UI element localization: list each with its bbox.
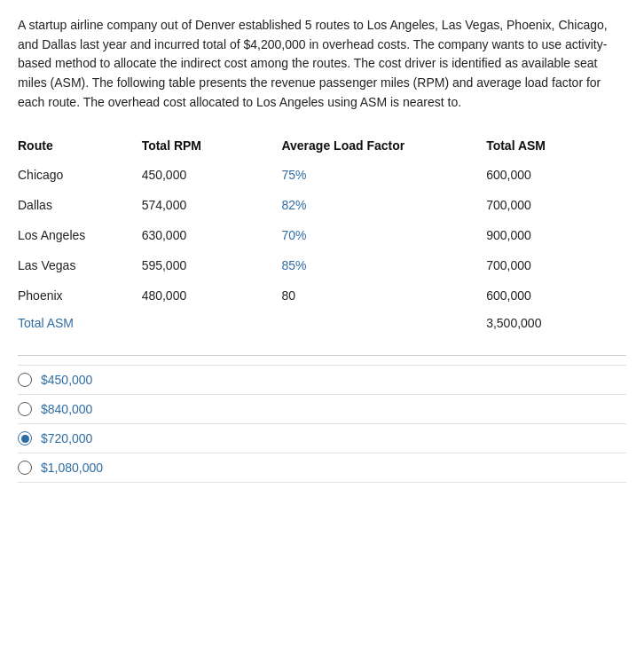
problem-description: A startup airline company out of Denver … xyxy=(18,16,626,112)
option-label-1: $450,000 xyxy=(41,373,92,387)
option-label-2: $840,000 xyxy=(41,402,92,416)
radio-button-1[interactable] xyxy=(18,373,32,387)
table-row: Las Vegas 595,000 85% 700,000 xyxy=(18,250,626,280)
cell-alf: 70% xyxy=(281,220,486,250)
total-label: Total ASM xyxy=(18,311,142,339)
radio-button-3[interactable] xyxy=(18,431,32,445)
answer-option-4[interactable]: $1,080,000 xyxy=(18,453,626,483)
total-asm-value: 3,500,000 xyxy=(486,311,626,339)
cell-alf: 82% xyxy=(281,190,486,220)
cell-route: Dallas xyxy=(18,190,142,220)
cell-asm: 900,000 xyxy=(486,220,626,250)
answer-option-2[interactable]: $840,000 xyxy=(18,395,626,424)
cell-rpm: 595,000 xyxy=(142,250,282,280)
cell-rpm: 574,000 xyxy=(142,190,282,220)
option-label-3: $720,000 xyxy=(41,431,92,445)
cell-rpm: 450,000 xyxy=(142,160,282,190)
cell-route: Las Vegas xyxy=(18,250,142,280)
radio-button-2[interactable] xyxy=(18,402,32,416)
data-table: Route Total RPM Average Load Factor Tota… xyxy=(18,131,626,339)
cell-alf: 85% xyxy=(281,250,486,280)
col-header-rpm: Total RPM xyxy=(142,131,282,160)
cell-asm: 600,000 xyxy=(486,160,626,190)
answer-option-1[interactable]: $450,000 xyxy=(18,365,626,395)
cell-asm: 700,000 xyxy=(486,190,626,220)
cell-rpm: 480,000 xyxy=(142,280,282,311)
col-header-route: Route xyxy=(18,131,142,160)
col-header-asm: Total ASM xyxy=(486,131,626,160)
cell-alf: 80 xyxy=(281,280,486,311)
table-row: Chicago 450,000 75% 600,000 xyxy=(18,160,626,190)
answer-options: $450,000 $840,000 $720,000 $1,080,000 xyxy=(18,365,626,483)
table-row: Dallas 574,000 82% 700,000 xyxy=(18,190,626,220)
cell-route: Chicago xyxy=(18,160,142,190)
cell-rpm: 630,000 xyxy=(142,220,282,250)
col-header-alf: Average Load Factor xyxy=(281,131,486,160)
answer-option-3[interactable]: $720,000 xyxy=(18,424,626,453)
total-row: Total ASM 3,500,000 xyxy=(18,311,626,339)
table-row: Phoenix 480,000 80 600,000 xyxy=(18,280,626,311)
cell-route: Phoenix xyxy=(18,280,142,311)
cell-asm: 700,000 xyxy=(486,250,626,280)
radio-button-4[interactable] xyxy=(18,461,32,475)
table-divider xyxy=(18,355,626,356)
cell-alf: 75% xyxy=(281,160,486,190)
table-row: Los Angeles 630,000 70% 900,000 xyxy=(18,220,626,250)
cell-asm: 600,000 xyxy=(486,280,626,311)
total-alf-empty xyxy=(281,311,486,339)
option-label-4: $1,080,000 xyxy=(41,461,103,475)
cell-route: Los Angeles xyxy=(18,220,142,250)
total-rpm-empty xyxy=(142,311,282,339)
